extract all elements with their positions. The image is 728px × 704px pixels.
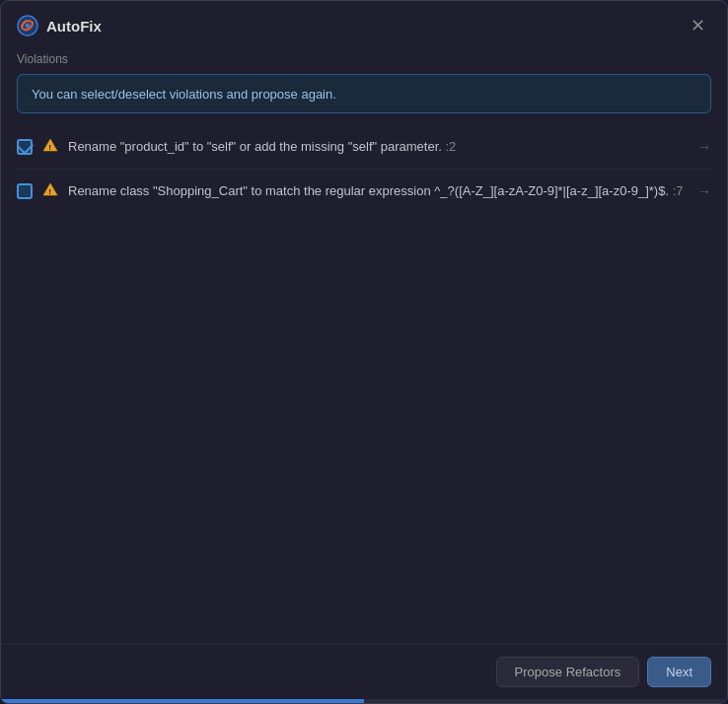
progress-bar [1,699,727,703]
app-logo-icon [17,15,38,36]
info-text: You can select/deselect violations and p… [32,87,336,102]
violation-arrow-1: → [697,139,711,155]
dialog-title: AutoFix [46,18,102,35]
violation-arrow-2: → [697,183,711,199]
violation-checkbox-1[interactable] [17,139,33,155]
warning-icon-2: ! [42,181,58,201]
warning-icon-1: ! [42,137,58,157]
autofix-dialog: AutoFix ✕ Violations You can select/dese… [0,0,728,704]
svg-text:!: ! [48,143,51,152]
checkbox-wrapper-1[interactable] [17,139,33,155]
violation-line-2: :7 [673,183,684,198]
footer: Propose Refactors Next [1,644,727,699]
checkbox-wrapper-2[interactable] [17,183,33,199]
svg-text:!: ! [48,187,51,196]
close-button[interactable]: ✕ [685,15,711,36]
violation-text-2: Rename class "Shopping_Cart" to match th… [68,182,688,200]
title-left: AutoFix [17,15,102,36]
violation-item-1[interactable]: ! Rename "product_id" to "self" or add t… [17,125,711,170]
violation-text-1: Rename "product_id" to "self" or add the… [68,138,688,156]
violations-list: ! Rename "product_id" to "self" or add t… [1,125,727,644]
title-bar: AutoFix ✕ [1,1,727,48]
violation-checkbox-2[interactable] [17,183,33,199]
violations-section-label: Violations [1,48,727,74]
info-box: You can select/deselect violations and p… [17,74,711,113]
progress-bar-remaining [364,699,727,703]
violation-item-2[interactable]: ! Rename class "Shopping_Cart" to match … [17,170,711,213]
violation-line-1: :2 [445,139,456,154]
next-button[interactable]: Next [647,657,711,687]
svg-point-1 [26,24,31,29]
progress-bar-fill [1,699,364,703]
propose-refactors-button[interactable]: Propose Refactors [496,657,640,687]
